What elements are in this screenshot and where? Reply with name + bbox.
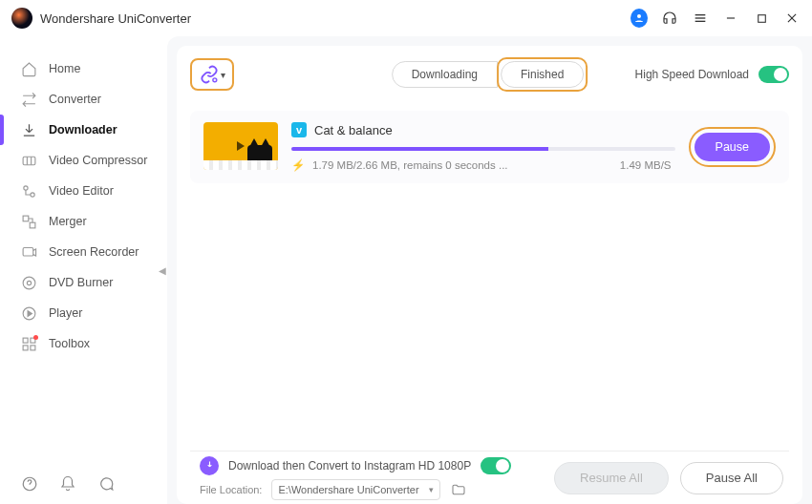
pause-highlight: Pause (689, 127, 776, 167)
sidebar-label: Merger (49, 215, 87, 228)
svg-rect-18 (31, 338, 35, 343)
download-title: Cat & balance (314, 123, 393, 137)
merger-icon (21, 214, 37, 230)
minimize-button[interactable] (722, 10, 739, 27)
file-location-label: File Location: (200, 484, 262, 495)
link-plus-icon (200, 65, 219, 84)
file-location-select[interactable]: E:\Wondershare UniConverter ▾ (271, 479, 439, 500)
sidebar-item-editor[interactable]: Video Editor (0, 176, 167, 206)
pause-button[interactable]: Pause (694, 133, 770, 161)
svg-rect-5 (758, 14, 765, 22)
menu-icon[interactable] (692, 10, 709, 27)
sidebar-label: Downloader (49, 123, 118, 136)
sidebar-label: Converter (49, 93, 101, 106)
help-icon[interactable] (21, 475, 38, 493)
convert-icon (200, 456, 219, 475)
svg-point-9 (24, 185, 28, 189)
download-speed: 1.49 MB/S (620, 159, 675, 171)
editor-icon (21, 183, 37, 200)
sidebar-label: Video Compressor (49, 154, 147, 167)
player-icon (21, 305, 37, 322)
svg-point-14 (23, 277, 35, 289)
sidebar-label: Player (49, 306, 82, 320)
footer-bar: Download then Convert to Instagram HD 10… (190, 451, 789, 504)
sidebar-label: Toolbox (49, 337, 90, 350)
app-title: Wondershare UniConverter (40, 11, 191, 26)
toolbar: ▾ Downloading Finished High Speed Downlo… (190, 55, 789, 94)
file-location-value: E:\Wondershare UniConverter (278, 484, 418, 495)
sidebar-label: Screen Recorder (49, 245, 139, 259)
account-avatar[interactable] (630, 10, 648, 27)
svg-point-15 (27, 281, 31, 284)
maximize-button[interactable] (753, 10, 770, 27)
sidebar-item-converter[interactable]: Converter (0, 84, 167, 115)
resume-all-button: Resume All (554, 462, 669, 494)
converter-icon (21, 92, 37, 108)
chevron-down-icon: ▾ (221, 70, 225, 80)
tab-finished[interactable]: Finished (501, 61, 584, 88)
recorder-icon (21, 244, 37, 261)
sidebar-item-player[interactable]: Player (0, 298, 167, 328)
close-button[interactable] (783, 10, 801, 27)
notifications-icon[interactable] (59, 475, 76, 493)
chevron-down-icon: ▾ (429, 485, 434, 494)
sidebar-item-recorder[interactable]: Screen Recorder (0, 237, 167, 267)
progress-fill (291, 147, 548, 151)
download-item: v Cat & balance ⚡ 1.79 MB/2.66 MB, remai… (190, 111, 789, 183)
highspeed-toggle[interactable] (759, 66, 789, 83)
content-area: ▾ Downloading Finished High Speed Downlo… (167, 36, 812, 504)
sidebar-item-home[interactable]: Home (0, 53, 167, 84)
sidebar-item-compressor[interactable]: Video Compressor (0, 145, 167, 176)
tab-segment: Downloading Finished (392, 57, 588, 92)
tab-finished-highlight: Finished (497, 57, 588, 92)
downloader-icon (21, 122, 37, 138)
video-thumbnail[interactable] (203, 122, 278, 170)
titlebar: Wondershare UniConverter (0, 0, 812, 36)
svg-rect-8 (23, 157, 35, 165)
svg-rect-20 (31, 345, 35, 349)
open-folder-icon[interactable] (450, 481, 467, 498)
home-icon (21, 61, 37, 77)
sidebar-label: Home (49, 62, 80, 75)
compressor-icon (21, 153, 37, 169)
svg-point-0 (637, 14, 641, 18)
sidebar-item-merger[interactable]: Merger (0, 206, 167, 237)
svg-rect-11 (23, 216, 29, 221)
app-logo-icon (11, 8, 32, 29)
svg-rect-17 (23, 338, 28, 343)
svg-rect-19 (23, 345, 28, 349)
toolbox-icon (21, 336, 37, 352)
sidebar: Home Converter Downloader Video Compress… (0, 36, 167, 504)
convert-toggle[interactable] (481, 457, 511, 474)
sidebar-label: DVD Burner (49, 276, 113, 289)
dvd-icon (21, 275, 37, 291)
support-icon[interactable] (661, 10, 678, 27)
sidebar-item-downloader[interactable]: Downloader (0, 115, 167, 145)
svg-rect-12 (30, 222, 35, 228)
sidebar-active-indicator (0, 115, 4, 145)
svg-point-10 (31, 192, 34, 196)
pause-all-button[interactable]: Pause All (680, 462, 783, 494)
sidebar-item-toolbox[interactable]: Toolbox (0, 328, 167, 359)
tab-downloading[interactable]: Downloading (392, 61, 498, 88)
convert-label: Download then Convert to Instagram HD 10… (228, 459, 471, 472)
download-status-text: 1.79 MB/2.66 MB, remains 0 seconds ... (312, 159, 508, 171)
highspeed-label: High Speed Download (635, 68, 749, 81)
vimeo-source-icon: v (291, 122, 307, 137)
add-url-button[interactable]: ▾ (190, 58, 234, 91)
progress-bar (291, 147, 675, 151)
svg-rect-13 (23, 247, 33, 256)
sidebar-item-dvd[interactable]: DVD Burner (0, 267, 167, 298)
sidebar-label: Video Editor (49, 184, 114, 198)
bolt-icon: ⚡ (291, 158, 305, 172)
feedback-icon[interactable] (97, 475, 115, 493)
